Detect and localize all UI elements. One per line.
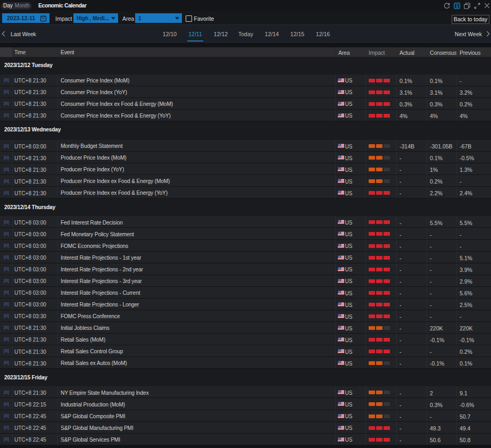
svg-text:1: 1: [456, 3, 459, 9]
